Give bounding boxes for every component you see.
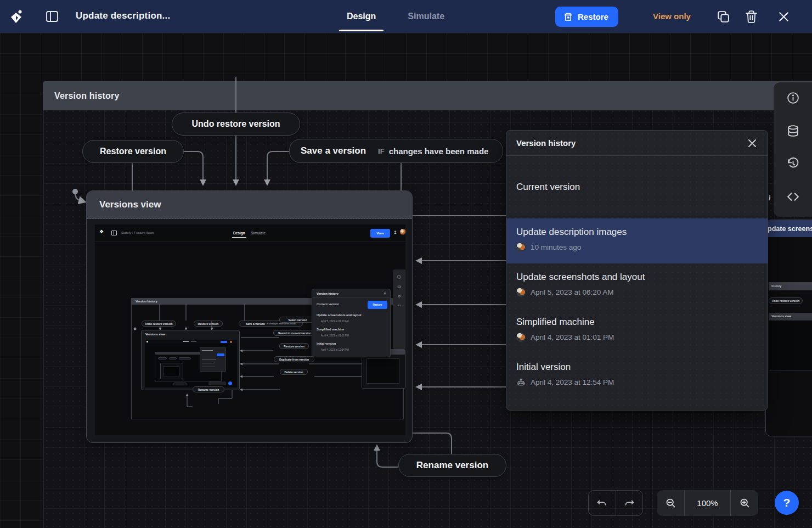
mode-tabs: Design Simulate (345, 0, 447, 33)
zoom-out-button[interactable] (657, 490, 684, 516)
panel-close-icon[interactable] (747, 138, 758, 149)
versions-view-title: Versions view (99, 199, 161, 210)
version-row[interactable]: Update screenshots and layout April 5, 2… (506, 263, 768, 308)
help-button[interactable]: ? (775, 491, 799, 515)
version-history-panel: Version history Current version Update d… (506, 130, 768, 411)
avatar (516, 333, 526, 342)
nested-topbar: ❖ Stately / Feature flows Design Simulat… (95, 224, 405, 242)
version-timestamp: April 4, 2023 at 12:54 PM (531, 378, 614, 386)
nested-tab-simulate: Simulate (251, 231, 266, 235)
version-timestamp: April 4, 2023 at 01:01 PM (531, 333, 614, 341)
right-node-header[interactable]: Update screenshots and... (766, 220, 812, 237)
event-label: Undo restore version (192, 119, 280, 129)
zoom-controls: 100% (657, 490, 758, 516)
guard-keyword: IF (378, 147, 385, 155)
redo-button[interactable] (616, 491, 643, 515)
zoom-in-button[interactable] (731, 490, 758, 516)
machine-container-header[interactable]: Version history (43, 82, 812, 110)
version-timestamp: 10 minutes ago (531, 243, 581, 251)
undo-redo-group (588, 490, 643, 516)
code-icon[interactable] (786, 190, 800, 204)
event-undo-restore-version[interactable]: Undo restore version (172, 113, 300, 136)
right-node-title: Update screenshots and... (766, 225, 812, 233)
event-label: Save a version (301, 145, 366, 156)
nested-inner-screenshot (145, 340, 237, 387)
data-icon[interactable] (786, 124, 800, 138)
robot-icon (516, 378, 526, 387)
nested-event-rename: Rename version (193, 386, 224, 392)
zoom-level[interactable]: 100% (684, 490, 731, 516)
right-node-screenshot: history Undo restore version Versions vi… (766, 237, 812, 436)
state-versions-view[interactable]: Versions view ❖ Stately / Feature flows … (86, 190, 413, 443)
nested-avatar (400, 229, 405, 235)
nested-restore-button: Restore (368, 301, 387, 309)
restore-label: Restore (578, 12, 608, 21)
tab-simulate[interactable]: Simulate (405, 12, 447, 21)
undo-button[interactable] (589, 491, 616, 515)
restore-icon (563, 12, 573, 22)
event-label: Rename version (416, 460, 488, 471)
state-update-screenshots[interactable]: Update screenshots and... history Undo r… (765, 220, 812, 436)
embedded-screenshot: ❖ Stately / Feature flows Design Simulat… (95, 224, 405, 435)
stately-logo-icon[interactable] (9, 9, 24, 24)
history-icon[interactable] (786, 157, 800, 171)
panel-title: Version history (516, 138, 747, 148)
nested-event-restore: Restore version (194, 321, 223, 327)
nested-breadcrumb: Stately / Feature flows (121, 231, 154, 234)
event-rename-version[interactable]: Rename version (398, 454, 506, 477)
nested-label-select-version: Select version (279, 317, 316, 323)
current-version-label: Current version (516, 182, 580, 193)
tool-rail (774, 82, 812, 217)
event-restore-version[interactable]: Restore version (82, 140, 184, 163)
delete-icon[interactable] (744, 9, 759, 24)
versions-view-header[interactable]: Versions view (87, 191, 412, 219)
nested-view-button: View (370, 229, 390, 238)
nested-canvas: Version history Undo restore version Res… (95, 242, 405, 435)
occluded-node-fragment: i (769, 194, 771, 202)
help-label: ? (783, 496, 791, 509)
topbar: Update description... Design Simulate Re… (0, 0, 812, 33)
version-title: Update screenshots and layout (516, 272, 758, 283)
nested-stately-logo-icon: ❖ (99, 229, 104, 234)
duplicate-icon[interactable] (716, 9, 731, 24)
view-only-badge: View only (653, 12, 691, 21)
version-row[interactable]: Simplified machine April 4, 2023 at 01:0… (506, 308, 768, 353)
event-label: Restore version (100, 147, 166, 156)
avatar (516, 288, 526, 297)
restore-button[interactable]: Restore (555, 7, 618, 27)
nested-sidebar-icon (111, 231, 117, 235)
version-title: Update description images (516, 227, 758, 238)
info-icon[interactable] (786, 91, 800, 105)
nested-event-undo: Undo restore version (142, 321, 176, 327)
machine-title: Version history (54, 91, 120, 101)
version-row[interactable]: Initial version April 4, 2023 at 12:54 P… (506, 353, 768, 398)
version-row[interactable]: Update description images 10 minutes ago (506, 218, 768, 263)
nested-label-duplicate: Duplicate from version (274, 356, 314, 362)
document-title: Update description... (76, 10, 170, 21)
nested-tab-design: Design (233, 231, 245, 235)
event-save-a-version[interactable]: Save a version IF changes have been made (289, 139, 503, 163)
panel-header: Version history (506, 131, 768, 156)
version-title: Initial version (516, 362, 758, 373)
nested-label-revert: Revert to current version (273, 330, 316, 336)
app-window: Version history Un (0, 0, 812, 528)
nested-tool-rail: ⓘ⛁↺‹› (393, 269, 405, 349)
nested-versions-view: Versions view (141, 330, 240, 390)
guard-condition: changes have been made (389, 147, 489, 156)
tab-design[interactable]: Design (345, 12, 378, 21)
nested-share-icon: ↥ (393, 230, 397, 235)
version-timestamp: April 5, 2023 at 06:20 AM (531, 288, 614, 296)
sidebar-toggle-icon[interactable] (45, 9, 59, 24)
version-title: Simplified machine (516, 317, 758, 328)
version-row-current[interactable]: Current version (506, 156, 768, 218)
nested-label-delete: Delete version (280, 369, 308, 375)
close-icon[interactable] (776, 9, 791, 24)
nested-label-restore: Restore version (279, 343, 309, 349)
avatar (516, 243, 526, 252)
nested-versions-view-title: Versions view (145, 333, 165, 336)
nested-version-panel: Version history ✕ Current version Restor… (312, 289, 391, 357)
